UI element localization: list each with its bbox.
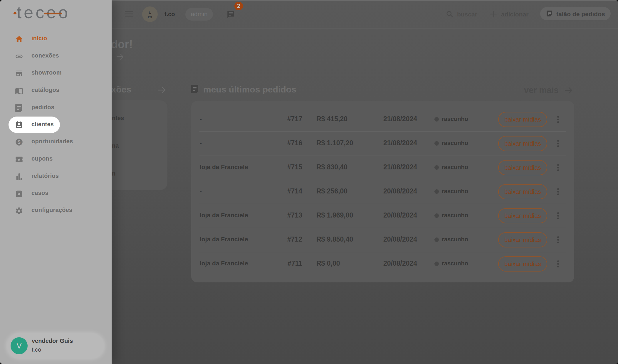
svg-text:$: $ <box>18 139 20 145</box>
